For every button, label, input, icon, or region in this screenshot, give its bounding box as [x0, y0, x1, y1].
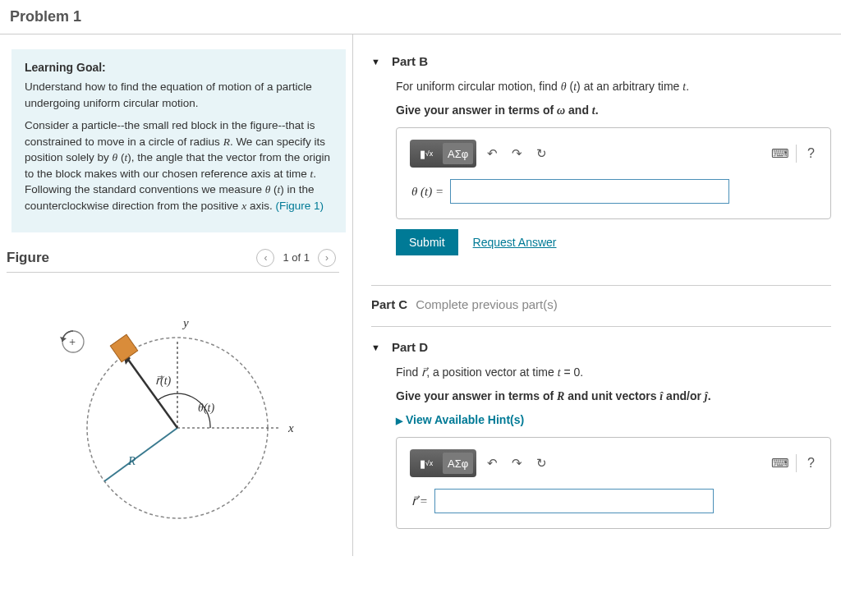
learning-goal-box: Learning Goal: Understand how to find th…: [11, 49, 346, 232]
redo-icon[interactable]: ↷: [508, 454, 526, 472]
figure-prev-button[interactable]: ‹: [256, 249, 274, 267]
reset-icon[interactable]: ↻: [532, 145, 550, 163]
redo-icon[interactable]: ↷: [508, 145, 526, 163]
equation-editor-d: ▮√x ΑΣφ ↶ ↷ ↻ ⌨ ? r⃗ =: [396, 437, 831, 529]
part-c-message: Complete previous part(s): [416, 297, 558, 311]
answer-row-d: r⃗ =: [405, 485, 822, 517]
toolbar-group: ▮√x ΑΣφ: [410, 140, 476, 168]
svg-text:r⃗(t): r⃗(t): [155, 375, 172, 388]
svg-text:y: y: [182, 316, 189, 329]
svg-text:R: R: [127, 454, 136, 467]
equation-editor-b: ▮√x ΑΣφ ↶ ↷ ↻ ⌨ ? θ (t) =: [396, 127, 831, 219]
figure-next-button[interactable]: ›: [318, 249, 336, 267]
section-divider-2: [371, 326, 831, 327]
answer-input-b[interactable]: [450, 179, 729, 204]
part-d-body: Find r⃗, a position vector at time t = 0…: [371, 359, 831, 552]
left-column: Learning Goal: Understand how to find th…: [0, 34, 353, 556]
part-b-instruction: Give your answer in terms of ω and t.: [396, 102, 831, 119]
figure-counter: 1 of 1: [283, 251, 310, 264]
problem-title: Problem 1: [10, 8, 831, 25]
learning-goal-text-1: Understand how to find the equation of m…: [25, 79, 333, 111]
problem-header: Problem 1: [0, 0, 841, 34]
svg-text:x: x: [287, 421, 294, 434]
templates-button[interactable]: ▮√x: [413, 143, 439, 164]
figure-heading: Figure: [7, 250, 49, 266]
request-answer-link[interactable]: Request Answer: [473, 236, 557, 249]
main-columns: Learning Goal: Understand how to find th…: [0, 34, 841, 556]
part-b-body: For uniform circular motion, find θ (t) …: [371, 73, 831, 282]
help-icon[interactable]: ?: [796, 454, 817, 472]
svg-line-3: [104, 428, 177, 481]
help-icon[interactable]: ?: [796, 145, 817, 163]
part-b-description: For uniform circular motion, find θ (t) …: [396, 78, 831, 95]
greek-button[interactable]: ΑΣφ: [443, 453, 473, 474]
svg-line-4: [122, 352, 177, 428]
figure-divider: [7, 272, 339, 273]
part-d-description: Find r⃗, a position vector at time t = 0…: [396, 364, 831, 381]
part-b-title: Part B: [392, 54, 428, 68]
submit-button[interactable]: Submit: [396, 229, 458, 255]
part-b-header[interactable]: ▼ Part B: [371, 49, 831, 73]
reset-icon[interactable]: ↻: [532, 454, 550, 472]
svg-text:+: +: [68, 336, 76, 348]
collapse-icon: ▼: [371, 57, 380, 67]
part-d-title: Part D: [392, 340, 428, 354]
submit-row-b: Submit Request Answer: [396, 229, 831, 255]
figure-header: Figure ‹ 1 of 1 ›: [7, 249, 336, 267]
answer-row-b: θ (t) =: [405, 176, 822, 207]
learning-goal-text-2: Consider a particle--the small red block…: [25, 117, 333, 214]
answer-label-b: θ (t) =: [411, 185, 443, 199]
toolbar-group: ▮√x ΑΣφ: [410, 449, 476, 477]
part-c-title: Part C: [371, 297, 407, 311]
right-column: ▼ Part B For uniform circular motion, fi…: [353, 34, 841, 556]
figure-diagram: + y x r⃗(t) θ(t) R: [0, 284, 346, 541]
svg-text:θ(t): θ(t): [198, 402, 214, 415]
equation-toolbar-b: ▮√x ΑΣφ ↶ ↷ ↻ ⌨ ?: [405, 136, 822, 176]
part-c-row: Part C Complete previous part(s): [371, 294, 831, 323]
svg-rect-6: [110, 334, 137, 361]
undo-icon[interactable]: ↶: [483, 145, 501, 163]
templates-button[interactable]: ▮√x: [413, 453, 439, 474]
figure-nav: ‹ 1 of 1 ›: [256, 249, 336, 267]
undo-icon[interactable]: ↶: [483, 454, 501, 472]
figure-link[interactable]: (Figure 1): [275, 200, 324, 212]
equation-toolbar-d: ▮√x ΑΣφ ↶ ↷ ↻ ⌨ ?: [405, 446, 822, 485]
greek-button[interactable]: ΑΣφ: [443, 143, 473, 164]
section-divider-1: [371, 285, 831, 286]
keyboard-icon[interactable]: ⌨: [771, 145, 789, 163]
answer-input-d[interactable]: [434, 489, 714, 513]
answer-label-d: r⃗ =: [411, 494, 428, 508]
part-d-header[interactable]: ▼ Part D: [371, 335, 831, 359]
part-d-instruction: Give your answer in terms of R and unit …: [396, 388, 831, 405]
collapse-icon: ▼: [371, 342, 380, 352]
keyboard-icon[interactable]: ⌨: [771, 454, 789, 472]
learning-goal-heading: Learning Goal:: [25, 61, 333, 74]
view-hints-link[interactable]: ▶View Available Hint(s): [396, 413, 524, 426]
